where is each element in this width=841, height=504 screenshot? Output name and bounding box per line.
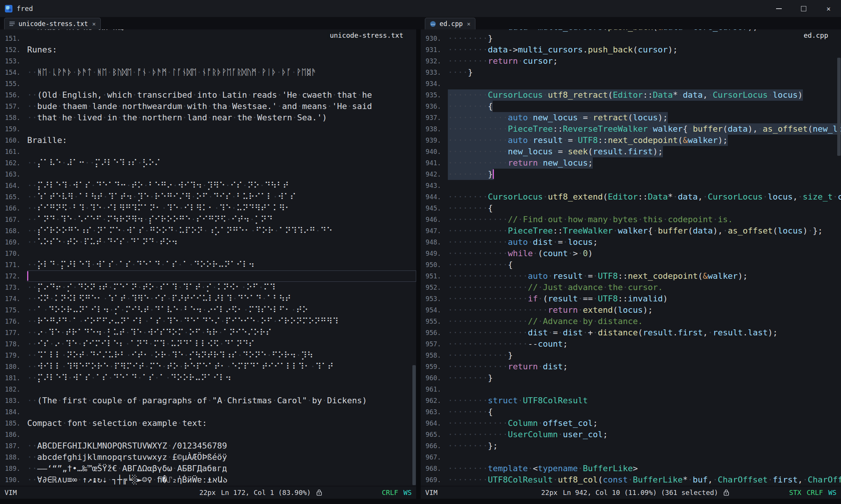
line-number[interactable]: 964.: [421, 418, 448, 429]
code-line[interactable]: 968.········template·<typename·BufferLik…: [421, 463, 841, 474]
line-number[interactable]: 947.: [421, 225, 448, 237]
line-number[interactable]: 157.: [0, 101, 27, 112]
code-line[interactable]: 155.: [0, 78, 416, 89]
code-line[interactable]: 951.················auto·result·=·UTF8::…: [421, 270, 841, 282]
scrollbar[interactable]: [837, 29, 841, 486]
whitespace-indicator[interactable]: WS: [403, 489, 412, 496]
code-line[interactable]: 948.············auto·dist·=·locus;: [421, 237, 841, 248]
line-number[interactable]: 942.: [421, 169, 448, 180]
line-number[interactable]: 953.: [421, 293, 448, 304]
code-line[interactable]: 187.··ABCDEFGHIJKLMNOPQRSTUVWXYZ·/012345…: [0, 440, 416, 452]
code-line[interactable]: 158.··that·he·lived·in·the·northern·land…: [0, 112, 416, 123]
code-line[interactable]: 930.········}: [421, 33, 841, 44]
code-line[interactable]: 163.: [0, 169, 416, 180]
code-line[interactable]: 173.··⡍⠔⠙⠖·⡊·⠙⠕⠝⠰⠞·⠍⠑⠁⠝·⠞⠕·⠎⠁⠹·⠹⠁⠞·⡊·⠅⠝⠪…: [0, 282, 416, 293]
code-line[interactable]: 935.········CursorLocus·utf8_retract(Edi…: [421, 89, 841, 101]
line-number[interactable]: 173.: [0, 282, 27, 293]
code-line[interactable]: 966.········};: [421, 440, 841, 452]
line-number[interactable]: 165.: [0, 191, 27, 203]
line-number[interactable]: 175.: [0, 304, 27, 316]
line-number[interactable]: 182.: [0, 384, 27, 395]
code-line[interactable]: 938.············PieceTree::ReverseTreeWa…: [421, 123, 841, 135]
code-line[interactable]: 949.············while·(count·>·0): [421, 248, 841, 259]
code-line[interactable]: 153.: [0, 55, 416, 67]
line-number[interactable]: 189.: [0, 463, 27, 474]
code-line[interactable]: 154.··ᚻᛖ·ᚳᚹᚫᚦ·ᚦᚫᛏ·ᚻᛖ·ᛒᚢᛞᛖ·ᚩᚾ·ᚦᚫᛗ·ᛚᚪᚾᛞᛖ·ᚾ…: [0, 67, 416, 78]
line-number[interactable]: 184.: [0, 406, 27, 418]
line-number[interactable]: 181.: [0, 372, 27, 384]
line-number[interactable]: 169.: [0, 237, 27, 248]
code-line[interactable]: 959.············return·dist;: [421, 361, 841, 372]
line-number[interactable]: 177.: [0, 327, 27, 338]
code-line[interactable]: 160.Braille:: [0, 135, 416, 146]
line-number[interactable]: 960.: [421, 372, 448, 384]
minimize-button[interactable]: [766, 0, 791, 17]
maximize-button[interactable]: [791, 0, 816, 17]
code-line[interactable]: 176.··⠗⠑⠛⠜⠙·⠁·⠊⠕⠋⠋⠔⠤⠝⠁⠊⠇·⠁⠎·⠹⠑·⠙⠑⠁⠙⠑⠌·⠏⠊…: [0, 316, 416, 327]
code-line[interactable]: 165.··⠱⠁⠞⠑⠧⠻·⠁⠃⠳⠞·⠹⠁⠞⠲·⡹⠑·⠗⠑⠛⠊⠌⠻·⠕⠋·⠙⠊⠎·…: [0, 191, 416, 203]
line-number[interactable]: 968.: [421, 463, 448, 474]
code-line[interactable]: 183.··(The·first·couple·of·paragraphs·of…: [0, 395, 416, 406]
code-line[interactable]: 170.: [0, 248, 416, 259]
code-line[interactable]: 933.····}: [421, 67, 841, 78]
line-number[interactable]: 967.: [421, 452, 448, 463]
stx-indicator[interactable]: STX: [789, 489, 801, 496]
line-number[interactable]: 937.: [421, 112, 448, 123]
code-line[interactable]: 932.········return·cursor;: [421, 55, 841, 67]
code-line[interactable]: 963.········{: [421, 406, 841, 418]
code-line[interactable]: 960.········}: [421, 372, 841, 384]
code-line[interactable]: 172.: [0, 270, 416, 282]
line-number[interactable]: 958.: [421, 350, 448, 361]
tab-unicode-stress[interactable]: unicode-stress.txt ×: [4, 18, 101, 29]
line-number[interactable]: 150.: [0, 29, 27, 33]
line-number[interactable]: 164.: [0, 180, 27, 191]
line-number[interactable]: 153.: [0, 55, 27, 67]
eol-indicator[interactable]: CRLF: [382, 489, 398, 496]
line-number[interactable]: 941.: [421, 157, 448, 169]
line-number[interactable]: 166.: [0, 203, 27, 214]
line-number[interactable]: 178.: [0, 338, 27, 350]
line-number[interactable]: 961.: [421, 384, 448, 395]
line-number[interactable]: 167.: [0, 214, 27, 225]
line-number[interactable]: 161.: [0, 146, 27, 157]
code-line[interactable]: 175.··⠁·⠙⠕⠕⠗⠤⠝⠁⠊⠇⠲·⡊·⠍⠊⠣⠞·⠙⠁⠧⠑·⠃⠑⠲·⠔⠊⠇⠔⠫…: [0, 304, 416, 316]
line-number[interactable]: 154.: [0, 67, 27, 78]
code-line[interactable]: 942.········}: [421, 169, 841, 180]
scrollbar-thumb[interactable]: [837, 58, 841, 156]
code-line[interactable]: 943.: [421, 180, 841, 191]
code-line[interactable]: 961.: [421, 384, 841, 395]
code-line[interactable]: 164.··⡍⠜⠇⠑⠹·⠺⠁⠎·⠙⠑⠁⠙⠒·⠞⠕·⠃⠑⠛⠔·⠺⠊⠹⠲·⡹⠻⠑·⠊…: [0, 180, 416, 191]
line-number[interactable]: 174.: [0, 293, 27, 304]
line-number[interactable]: 159.: [0, 123, 27, 135]
line-number[interactable]: 959.: [421, 361, 448, 372]
code-line[interactable]: 940.············new_locus·=·seek(result.…: [421, 146, 841, 157]
line-number[interactable]: 186.: [0, 429, 27, 440]
line-number[interactable]: 936.: [421, 101, 448, 112]
line-number[interactable]: 162.: [0, 157, 27, 169]
code-line[interactable]: 186.: [0, 429, 416, 440]
line-number[interactable]: 183.: [0, 395, 27, 406]
code-line[interactable]: 185.Compact·font·selection·example·text:: [0, 418, 416, 429]
code-line[interactable]: 156.··(Old·English,·which·transcribed·in…: [0, 89, 416, 101]
line-number[interactable]: 160.: [0, 135, 27, 146]
code-line[interactable]: 952.················//·Just·advance·the·…: [421, 282, 841, 293]
code-line[interactable]: 157.··bude·thaem·lande·northweardum·with…: [0, 101, 416, 112]
scrollbar-thumb[interactable]: [412, 365, 416, 485]
code-line[interactable]: 967.: [421, 452, 841, 463]
code-line[interactable]: 931.········data->multi_cursors.push_bac…: [421, 44, 841, 55]
code-line[interactable]: 950.············{: [421, 259, 841, 270]
line-number[interactable]: 180.: [0, 361, 27, 372]
eol-indicator[interactable]: CRLF: [807, 489, 823, 496]
code-line[interactable]: 181.··⡍⠜⠇⠑⠹·⠺⠁⠎·⠁⠎·⠙⠑⠁⠙·⠁⠎·⠁·⠙⠕⠕⠗⠤⠝⠁⠊⠇⠲: [0, 372, 416, 384]
code-line[interactable]: 958.············}: [421, 350, 841, 361]
line-number[interactable]: 935.: [421, 89, 448, 101]
line-number[interactable]: 949.: [421, 248, 448, 259]
line-number[interactable]: 179.: [0, 350, 27, 361]
line-number[interactable]: 948.: [421, 237, 448, 248]
code-line[interactable]: 182.: [0, 384, 416, 395]
line-number[interactable]: 940.: [421, 146, 448, 157]
tab-close-icon[interactable]: ×: [467, 20, 470, 28]
code-line[interactable]: 188.··abcdefghijklmnopqrstuvwxyz·£©µÀÆÖÞ…: [0, 452, 416, 463]
whitespace-indicator[interactable]: WS: [828, 489, 836, 496]
line-number[interactable]: 945.: [421, 203, 448, 214]
